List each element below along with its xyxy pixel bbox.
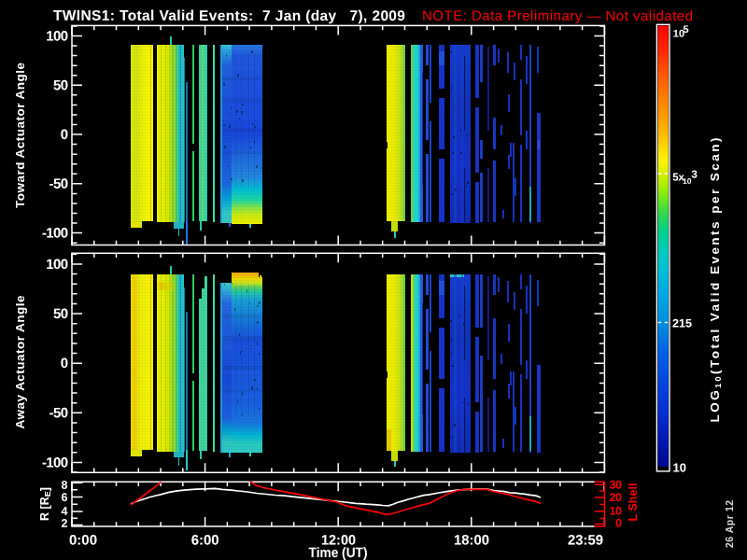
svg-text:NOTE: Data Preliminary — Not v: NOTE: Data Preliminary — Not validated xyxy=(422,7,693,23)
svg-text:215: 215 xyxy=(672,317,692,330)
svg-text:50: 50 xyxy=(53,305,68,321)
svg-text:0: 0 xyxy=(61,355,68,371)
svg-text:10: 10 xyxy=(683,176,692,186)
svg-text:5: 5 xyxy=(684,23,689,35)
svg-text:0:00: 0:00 xyxy=(69,532,97,548)
svg-text:TWINS1: Total Valid Events: 7: TWINS1: Total Valid Events: 7 Jan (day 7… xyxy=(53,7,405,23)
svg-text:100: 100 xyxy=(46,256,67,272)
svg-text:6:00: 6:00 xyxy=(191,531,219,547)
svg-text:3: 3 xyxy=(691,169,697,180)
svg-text:0: 0 xyxy=(61,126,68,142)
svg-text:18:00: 18:00 xyxy=(454,531,489,547)
svg-text:Time (UT): Time (UT) xyxy=(308,544,367,560)
svg-text:-50: -50 xyxy=(49,404,68,420)
svg-text:20: 20 xyxy=(610,491,622,504)
svg-text:4: 4 xyxy=(62,505,68,518)
svg-text:26 Apr 12: 26 Apr 12 xyxy=(724,500,735,548)
svg-text:100: 100 xyxy=(46,27,67,43)
svg-text:-50: -50 xyxy=(49,175,68,191)
svg-text:L Shell: L Shell xyxy=(627,483,640,522)
svg-text:6: 6 xyxy=(62,491,68,504)
svg-text:8: 8 xyxy=(62,479,68,492)
svg-text:Away Actuator Angle: Away Actuator Angle xyxy=(13,295,27,428)
svg-text:Toward Actuator Angle: Toward Actuator Angle xyxy=(13,63,27,208)
svg-text:23:59: 23:59 xyxy=(568,531,603,547)
svg-text:10: 10 xyxy=(672,461,685,475)
svg-text:30: 30 xyxy=(610,478,622,491)
svg-text:-100: -100 xyxy=(42,225,68,241)
svg-text:2: 2 xyxy=(62,517,68,530)
svg-text:10: 10 xyxy=(610,504,622,517)
svg-text:0: 0 xyxy=(615,516,622,529)
svg-text:-100: -100 xyxy=(42,454,68,469)
svg-text:50: 50 xyxy=(53,77,68,92)
